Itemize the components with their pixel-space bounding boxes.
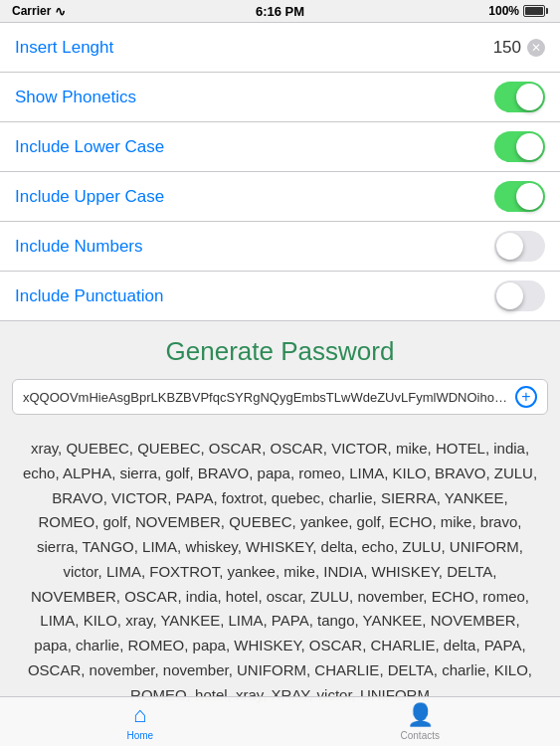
insert-length-input[interactable] [322, 38, 521, 58]
show-phonetics-toggle[interactable] [494, 82, 545, 112]
include-punctuation-toggle[interactable] [494, 280, 545, 311]
include-lowercase-toggle[interactable] [494, 131, 545, 162]
include-lowercase-row: Include Lower Case [0, 122, 560, 172]
status-time: 6:16 PM [256, 4, 304, 19]
include-lowercase-thumb [516, 133, 543, 160]
phonetics-text: xray, QUEBEC, QUEBEC, OSCAR, OSCAR, VICT… [23, 440, 537, 703]
tab-bar: ⌂ Home 👤 Contacts [0, 696, 560, 746]
settings-section: Insert Lenght ✕ Show Phonetics Include L… [0, 22, 560, 321]
phonetics-area: xray, QUEBEC, QUEBEC, OSCAR, OSCAR, VICT… [0, 437, 560, 707]
tab-contacts[interactable]: 👤 Contacts [280, 697, 561, 746]
battery-percent: 100% [488, 4, 519, 18]
contacts-icon: 👤 [407, 702, 434, 728]
include-punctuation-label: Include Punctuation [15, 286, 163, 306]
include-punctuation-row: Include Punctuation [0, 272, 560, 321]
include-uppercase-toggle[interactable] [494, 181, 545, 212]
generate-section: Generate Password xQQOOVmHieAsgBprLKBZBV… [0, 321, 560, 437]
clear-button[interactable]: ✕ [527, 39, 545, 57]
battery-icon [523, 5, 548, 17]
include-lowercase-track [494, 131, 545, 162]
show-phonetics-thumb [516, 84, 543, 110]
include-numbers-row: Include Numbers [0, 222, 560, 272]
status-battery-area: 100% [488, 4, 548, 18]
home-icon: ⌂ [133, 702, 146, 728]
show-phonetics-row: Show Phonetics [0, 73, 560, 122]
include-numbers-track [494, 231, 545, 262]
carrier-text: Carrier [12, 4, 51, 18]
tab-home[interactable]: ⌂ Home [0, 697, 280, 746]
include-numbers-toggle[interactable] [494, 231, 545, 262]
include-uppercase-thumb [516, 183, 543, 210]
insert-length-label: Insert Lenght [15, 38, 113, 58]
copy-button[interactable]: + [515, 386, 537, 408]
show-phonetics-label: Show Phonetics [15, 88, 136, 107]
password-display: xQQOOVmHieAsgBprLKBZBVPfqcSYRgNQygEmbsTL… [23, 390, 509, 405]
include-lowercase-label: Include Lower Case [15, 137, 164, 157]
show-phonetics-track [494, 82, 545, 112]
wifi-icon: ∿ [55, 4, 66, 19]
include-uppercase-row: Include Upper Case [0, 172, 560, 222]
include-uppercase-track [494, 181, 545, 212]
include-numbers-thumb [496, 233, 523, 260]
status-bar: Carrier ∿ 6:16 PM 100% [0, 0, 560, 22]
include-numbers-label: Include Numbers [15, 237, 143, 257]
include-punctuation-track [494, 280, 545, 311]
insert-length-row: Insert Lenght ✕ [0, 23, 560, 73]
status-carrier: Carrier ∿ [12, 4, 66, 19]
include-punctuation-thumb [496, 282, 523, 309]
generate-title: Generate Password [0, 336, 560, 367]
include-uppercase-label: Include Upper Case [15, 187, 164, 207]
tab-contacts-label: Contacts [401, 730, 440, 741]
insert-length-input-group: ✕ [322, 38, 545, 58]
tab-home-label: Home [126, 730, 153, 741]
password-bar: xQQOOVmHieAsgBprLKBZBVPfqcSYRgNQygEmbsTL… [12, 379, 548, 415]
